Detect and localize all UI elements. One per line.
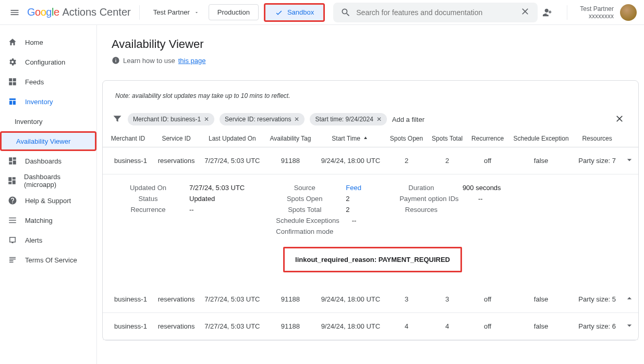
source-link[interactable]: Feed — [346, 184, 361, 192]
nav-matching[interactable]: Matching — [0, 210, 94, 230]
divider — [139, 5, 140, 20]
table-row[interactable]: business-1 reservations 7/27/24, 5:03 UT… — [103, 286, 638, 313]
clear-search-icon[interactable] — [520, 6, 530, 18]
nav-dashboards-micro[interactable]: Dashboards (microapp) — [0, 171, 94, 191]
user-info: Test Partner xxxxxxxx — [580, 5, 614, 20]
dashboard-icon — [7, 156, 18, 166]
avatar[interactable] — [620, 4, 637, 21]
matching-icon — [7, 216, 18, 225]
chip-remove-icon[interactable]: ✕ — [204, 116, 209, 123]
user-switch-icon[interactable] — [538, 2, 558, 23]
sandbox-button[interactable]: Sandbox — [264, 3, 325, 22]
nav-home[interactable]: Home — [0, 32, 94, 52]
linkout-reason-box: linkout_required_reason: PAYMENT_REQUIRE… — [283, 247, 462, 272]
col-open[interactable]: Spots Open — [385, 131, 427, 147]
google-logo: Google — [27, 6, 59, 18]
col-start[interactable]: Start Time — [315, 131, 385, 147]
filter-chip-merchant[interactable]: Merchant ID: business-1✕ — [128, 113, 214, 125]
hamburger-menu[interactable] — [4, 2, 25, 23]
home-icon — [7, 37, 18, 47]
search-input[interactable] — [356, 8, 520, 17]
dashboard-icon — [7, 176, 17, 185]
col-updated[interactable]: Last Updated On — [199, 131, 265, 147]
nav-availability-viewer[interactable]: Availability Viewer — [0, 131, 96, 151]
col-service[interactable]: Service ID — [153, 131, 199, 147]
sidebar: Home Configuration Feeds Inventory Inven… — [0, 25, 97, 364]
partner-dropdown[interactable]: Test Partner — [148, 5, 204, 19]
divider — [567, 5, 567, 20]
nav-help[interactable]: Help & Support — [0, 191, 94, 210]
alert-icon — [7, 235, 18, 245]
page-title: Availability Viewer — [112, 37, 629, 51]
col-recur[interactable]: Recurrence — [467, 131, 508, 147]
filter-icon[interactable] — [112, 114, 123, 125]
production-button[interactable]: Production — [209, 4, 259, 20]
info-icon — [112, 56, 120, 65]
partner-label: Test Partner — [153, 8, 190, 16]
search-box[interactable] — [333, 3, 538, 22]
nav-inventory[interactable]: Inventory — [0, 92, 94, 111]
tos-icon — [7, 255, 18, 265]
learn-text: Learn how to use — [123, 57, 175, 65]
gear-icon — [7, 57, 18, 67]
search-icon — [341, 7, 351, 18]
sandbox-label: Sandbox — [287, 8, 314, 16]
col-tag[interactable]: Availability Tag — [265, 131, 315, 147]
logo: Google Actions Center — [27, 6, 131, 18]
filter-chip-start[interactable]: Start time: 9/24/2024✕ — [310, 113, 386, 125]
sort-asc-icon — [362, 135, 369, 142]
expand-toggle[interactable] — [621, 312, 638, 340]
filter-chip-service[interactable]: Service ID: reservations✕ — [220, 113, 305, 125]
chip-remove-icon[interactable]: ✕ — [376, 116, 382, 123]
col-sched[interactable]: Schedule Exception — [508, 131, 574, 147]
nav-dashboards[interactable]: Dashboards — [0, 151, 94, 171]
user-name: Test Partner — [580, 5, 614, 12]
col-res[interactable]: Resources — [574, 131, 621, 147]
grid-icon — [7, 77, 18, 86]
nav-tos[interactable]: Terms Of Service — [0, 250, 94, 270]
caret-down-icon — [194, 10, 199, 15]
nav-inventory-sub[interactable]: Inventory — [0, 111, 94, 131]
add-filter-button[interactable]: Add a filter — [392, 116, 424, 123]
table-row[interactable]: business-1 reservations 7/27/24, 5:03 UT… — [103, 312, 638, 340]
expand-toggle[interactable] — [621, 147, 638, 174]
chip-remove-icon[interactable]: ✕ — [294, 116, 299, 123]
col-total[interactable]: Spots Total — [428, 131, 467, 147]
product-name: Actions Center — [63, 6, 131, 18]
col-merchant[interactable]: Merchant ID — [103, 131, 153, 147]
note-text: Note: availability slot updates may take… — [103, 92, 638, 110]
check-icon — [275, 8, 283, 17]
inventory-icon — [7, 97, 18, 106]
help-icon — [7, 196, 18, 205]
learn-link[interactable]: this page — [178, 57, 206, 65]
nav-feeds[interactable]: Feeds — [0, 72, 94, 92]
user-sub: xxxxxxxx — [589, 12, 614, 20]
nav-configuration[interactable]: Configuration — [0, 52, 94, 72]
expand-toggle[interactable] — [621, 286, 638, 313]
availability-table: Merchant ID Service ID Last Updated On A… — [103, 131, 638, 340]
table-row[interactable]: business-1 reservations 7/27/24, 5:03 UT… — [103, 147, 638, 174]
close-filters-icon[interactable] — [614, 114, 625, 125]
nav-alerts[interactable]: Alerts — [0, 230, 94, 250]
row-detail-panel: Updated On7/27/24, 5:03 UTC StatusUpdate… — [103, 174, 638, 286]
